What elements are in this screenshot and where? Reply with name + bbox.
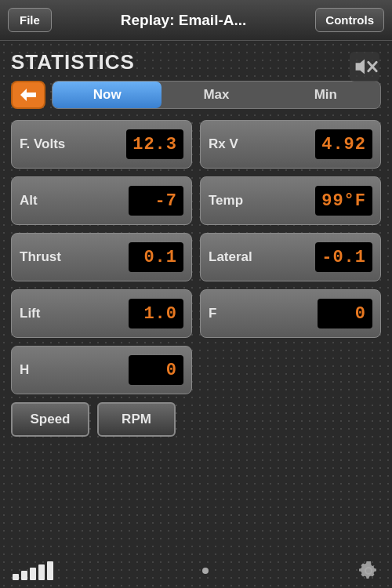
stat-thrust: Thrust 0.1	[11, 233, 192, 281]
stat-f: F 0	[200, 289, 381, 338]
stat-thrust-value: 0.1	[143, 248, 177, 267]
stat-h-value: 0	[166, 361, 177, 380]
stat-lateral: Lateral -0.1	[200, 233, 381, 281]
stat-f-volts-label: F. Volts	[20, 136, 65, 152]
stat-lift-box: 1.0	[129, 299, 183, 328]
stat-temp-value: 99°F	[321, 191, 366, 211]
tab-min[interactable]: Min	[271, 82, 380, 108]
stat-rx-v-box: 4.92	[315, 129, 372, 159]
stat-f-volts-box: 12.3	[126, 129, 183, 159]
stat-lateral-label: Lateral	[209, 249, 252, 265]
stat-temp-label: Temp	[209, 193, 243, 209]
stat-alt: Alt -7	[11, 176, 192, 225]
signal-bar-5	[47, 561, 53, 580]
stats-row-single: H 0	[11, 346, 381, 394]
file-button[interactable]: File	[8, 8, 52, 32]
stat-lateral-value: -0.1	[321, 248, 366, 267]
rpm-tab[interactable]: RPM	[97, 402, 176, 437]
header-title: Replay: Email-A...	[52, 12, 315, 29]
stats-grid: F. Volts 12.3 Rx V 4.92 Alt -7 Temp 99°F	[11, 120, 381, 338]
stat-thrust-box: 0.1	[129, 242, 183, 272]
stat-lift-label: Lift	[20, 306, 40, 321]
svg-marker-4	[20, 89, 36, 101]
tab-now[interactable]: Now	[53, 82, 162, 108]
stat-temp-box: 99°F	[315, 186, 372, 216]
signal-bar-3	[30, 568, 36, 580]
stat-f-value: 0	[355, 304, 366, 324]
stat-lift: Lift 1.0	[11, 289, 192, 338]
stat-rx-v-label: Rx V	[209, 136, 238, 152]
stat-h-label: H	[20, 362, 29, 378]
stat-temp: Temp 99°F	[200, 176, 381, 225]
stat-alt-label: Alt	[20, 193, 38, 209]
back-button[interactable]	[11, 81, 45, 109]
stat-alt-value: -7	[155, 191, 177, 211]
tab-max[interactable]: Max	[162, 82, 270, 108]
app-header: File Replay: Email-A... Controls	[0, 0, 392, 41]
stat-thrust-label: Thrust	[20, 249, 61, 265]
gear-icon[interactable]	[358, 560, 379, 582]
stat-f-box: 0	[318, 299, 372, 328]
signal-bar-4	[38, 564, 45, 580]
signal-bar-1	[13, 574, 19, 580]
tabs-container: Now Max Min	[52, 81, 381, 109]
main-content: STATISTICS Now Max Min F. Volts 12.3 Rx …	[0, 41, 392, 588]
stat-alt-box: -7	[129, 186, 183, 216]
bottom-bar	[0, 554, 392, 588]
signal-bars	[13, 561, 53, 580]
stat-lateral-box: -0.1	[315, 242, 372, 272]
mute-icon[interactable]	[348, 50, 381, 83]
page-dot	[202, 568, 209, 574]
stat-lift-value: 1.0	[143, 304, 177, 324]
bottom-tabs: Speed RPM	[11, 402, 381, 437]
stat-f-volts: F. Volts 12.3	[11, 120, 192, 169]
speed-tab[interactable]: Speed	[11, 402, 89, 437]
signal-bar-2	[21, 571, 27, 580]
stat-f-volts-value: 12.3	[132, 135, 177, 154]
stat-h-box: 0	[129, 355, 183, 385]
controls-row: Now Max Min	[11, 81, 381, 109]
stat-rx-v-value: 4.92	[321, 135, 366, 154]
stats-title: STATISTICS	[11, 50, 381, 74]
stat-h: H 0	[11, 346, 192, 394]
stat-f-label: F	[209, 306, 216, 321]
controls-button[interactable]: Controls	[315, 8, 384, 32]
stat-rx-v: Rx V 4.92	[200, 120, 381, 169]
